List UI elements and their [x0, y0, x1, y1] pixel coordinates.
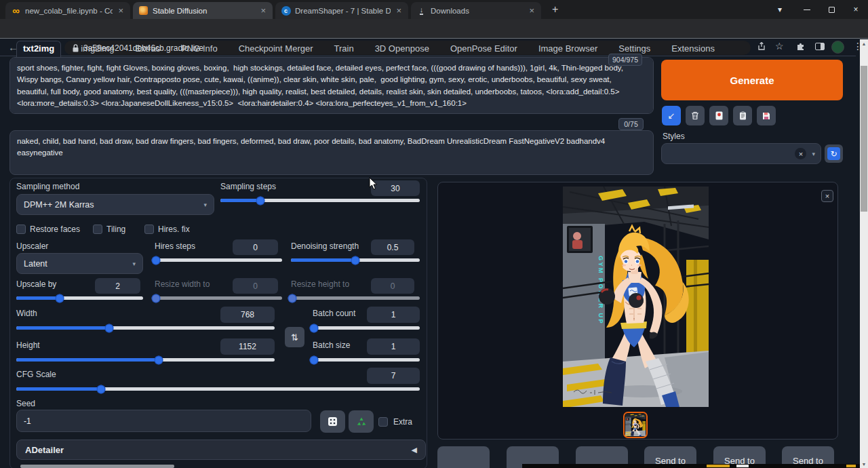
- denoising-strength-label: Denoising strength: [291, 241, 359, 251]
- reuse-seed-button[interactable]: [349, 410, 374, 433]
- sampling-method-dropdown[interactable]: DPM++ 2M Karras ▾: [16, 194, 214, 215]
- cfg-scale-label: CFG Scale: [16, 370, 56, 379]
- colab-icon: ∞: [11, 5, 21, 16]
- styles-label: Styles: [663, 132, 685, 141]
- browser-tab-downloads[interactable]: ↓ Downloads ×: [411, 2, 541, 19]
- styles-dropdown[interactable]: × ▾: [661, 143, 821, 164]
- tab-openpose-editor[interactable]: OpenPose Editor: [449, 41, 519, 57]
- browser-tab-colab[interactable]: ∞ new_colab_file.ipynb - Colaborat ×: [5, 2, 130, 19]
- extensions-puzzle-icon[interactable]: [796, 41, 806, 53]
- window-close-button[interactable]: ×: [844, 0, 868, 19]
- page-scrollbar[interactable]: ▲ ▼: [860, 39, 868, 468]
- tab-extensions[interactable]: Extensions: [670, 41, 716, 57]
- bookmark-star-icon[interactable]: ☆: [775, 41, 784, 52]
- upscale-by-slider[interactable]: [16, 296, 143, 300]
- styles-clear-icon[interactable]: ×: [795, 148, 806, 159]
- gallery-close-icon[interactable]: ×: [821, 190, 833, 202]
- hires-steps-value[interactable]: 0: [233, 239, 278, 255]
- tab-title: DreamShaper - 7 | Stable Diffusio: [295, 7, 391, 15]
- recycle-icon: [356, 416, 367, 427]
- gallery-thumbnail-selected[interactable]: [623, 412, 648, 438]
- styles-refresh-button[interactable]: ↻: [825, 144, 843, 163]
- batch-count-slider[interactable]: [313, 326, 420, 330]
- resize-width-to-slider: [155, 296, 282, 300]
- scroll-up-icon[interactable]: ▲: [860, 39, 868, 47]
- sampling-steps-slider[interactable]: [220, 199, 420, 202]
- batch-size-label: Batch size: [313, 340, 350, 350]
- tab-title: Downloads: [431, 7, 524, 15]
- batch-count-label: Batch count: [313, 309, 355, 318]
- denoising-strength-slider[interactable]: [291, 258, 420, 262]
- tab-checkpoint-merger[interactable]: Checkpoint Merger: [237, 41, 315, 57]
- accordion-collapsed-icon: ◀: [412, 446, 417, 454]
- tab-train[interactable]: Train: [333, 41, 355, 57]
- sampling-steps-value[interactable]: 30: [371, 180, 420, 196]
- height-slider[interactable]: [16, 358, 275, 362]
- extra-seed-checkbox[interactable]: [378, 417, 388, 427]
- new-tab-button[interactable]: +: [552, 3, 558, 16]
- chevron-down-icon: ▾: [132, 260, 136, 267]
- scrollbar-thumb[interactable]: [861, 66, 867, 212]
- browser-tab-dreamshaper[interactable]: c DreamShaper - 7 | Stable Diffusio ×: [275, 2, 408, 19]
- tab-3d-openpose[interactable]: 3D Openpose: [374, 41, 431, 57]
- tab-close-icon[interactable]: ×: [395, 5, 403, 16]
- batch-size-value[interactable]: 1: [367, 338, 420, 355]
- downloads-icon: ↓: [416, 5, 427, 16]
- horizontal-scrollbar[interactable]: [20, 465, 174, 468]
- mouse-cursor: [369, 177, 378, 190]
- denoising-strength-value[interactable]: 0.5: [371, 239, 414, 255]
- dice-icon: [328, 416, 338, 427]
- clipboard-icon[interactable]: [733, 106, 752, 125]
- tab-img2img[interactable]: img2img: [79, 41, 115, 57]
- upscale-by-value[interactable]: 2: [95, 278, 140, 294]
- hires-steps-label: Hires steps: [155, 241, 195, 251]
- tab-txt2img[interactable]: txt2img: [16, 41, 61, 57]
- width-value[interactable]: 768: [220, 307, 275, 323]
- negative-prompt-input[interactable]: naked, child, bad hand, bad draw, bad dr…: [9, 130, 654, 175]
- profile-avatar[interactable]: [831, 41, 844, 54]
- tab-image-browser[interactable]: Image Browser: [537, 41, 599, 57]
- resize-width-to-label: Resize width to: [155, 279, 210, 289]
- tab-close-icon[interactable]: ×: [117, 5, 125, 16]
- tab-extras[interactable]: Extras: [134, 41, 161, 57]
- gallery-action-button-1[interactable]: [437, 446, 490, 468]
- stable-diffusion-icon: [138, 5, 149, 16]
- seed-input[interactable]: [16, 410, 311, 432]
- save-style-icon[interactable]: [757, 106, 776, 125]
- batch-size-slider[interactable]: [313, 358, 420, 362]
- height-value[interactable]: 1152: [220, 338, 275, 355]
- prompt-token-counter: 904/975: [608, 54, 642, 66]
- video-watermark-strip: [522, 464, 868, 468]
- prompt-input[interactable]: sport shoes, fighter, fight, fight Glove…: [9, 57, 654, 114]
- trash-icon[interactable]: [686, 106, 705, 125]
- tab-png-info[interactable]: PNG Info: [180, 41, 218, 57]
- cfg-scale-slider[interactable]: [16, 387, 420, 391]
- hires-fix-checkbox[interactable]: [144, 225, 154, 234]
- random-seed-button[interactable]: [320, 410, 345, 433]
- swap-dimensions-button[interactable]: ⇅: [285, 327, 304, 347]
- width-slider[interactable]: [16, 326, 275, 330]
- read-params-arrow-icon[interactable]: ↙: [662, 106, 681, 125]
- side-panel-icon[interactable]: [815, 41, 825, 52]
- seed-label: Seed: [16, 399, 35, 408]
- sampling-steps-label: Sampling steps: [220, 182, 276, 191]
- window-minimize-button[interactable]: [795, 0, 819, 19]
- chevron-down-icon[interactable]: ▾: [812, 151, 815, 157]
- restore-faces-checkbox[interactable]: [16, 225, 26, 234]
- hires-steps-slider[interactable]: [155, 258, 282, 262]
- generate-button[interactable]: Generate: [661, 60, 843, 100]
- tab-close-icon[interactable]: ×: [259, 5, 267, 16]
- tab-search-icon[interactable]: ▾: [768, 0, 792, 19]
- extra-networks-card-icon[interactable]: [709, 106, 728, 125]
- scroll-down-icon[interactable]: ▼: [860, 460, 868, 468]
- window-maximize-button[interactable]: [819, 0, 844, 19]
- tab-close-icon[interactable]: ×: [528, 5, 536, 16]
- tiling-checkbox[interactable]: [93, 225, 102, 234]
- browser-tab-stable-diffusion[interactable]: Stable Diffusion ×: [133, 2, 273, 19]
- upscaler-dropdown[interactable]: Latent ▾: [16, 253, 143, 274]
- share-icon[interactable]: [757, 41, 766, 53]
- cfg-scale-value[interactable]: 7: [367, 368, 420, 384]
- adetailer-accordion[interactable]: ADetailer ◀: [16, 440, 426, 460]
- generated-image[interactable]: [563, 187, 709, 407]
- batch-count-value[interactable]: 1: [367, 307, 420, 323]
